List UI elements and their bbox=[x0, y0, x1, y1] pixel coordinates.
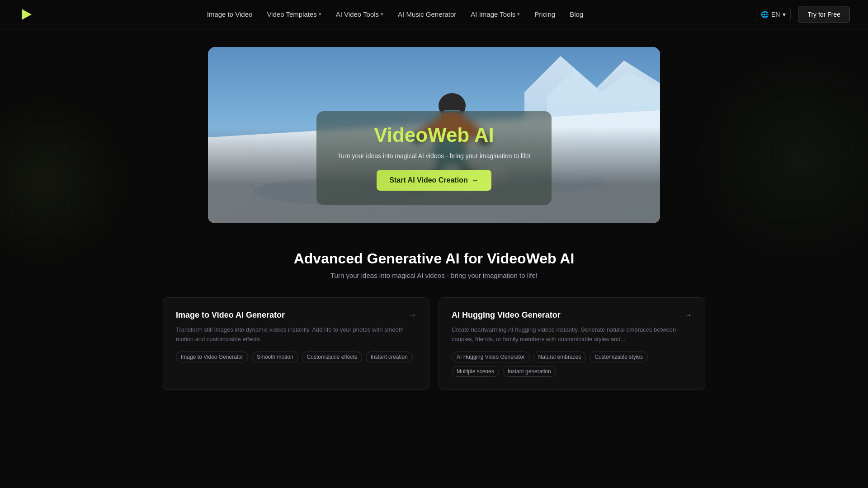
tag: Instant generation bbox=[503, 366, 556, 377]
feature-card-desc-0: Transform still images into dynamic vide… bbox=[176, 325, 416, 344]
hero-cta-arrow: → bbox=[472, 176, 479, 184]
tag: Image to Video Generator bbox=[176, 352, 248, 362]
nav-item-pricing[interactable]: Pricing bbox=[534, 10, 555, 18]
hero-card: VideoWeb AI Turn your ideas into magical… bbox=[208, 47, 660, 223]
tag: Natural embraces bbox=[533, 352, 586, 362]
globe-icon: 🌐 bbox=[761, 11, 769, 18]
tag: AI Hugging Video Generator bbox=[452, 352, 530, 362]
chevron-down-icon: ▾ bbox=[381, 11, 383, 17]
tag: Instant creation bbox=[366, 352, 413, 362]
navbar-nav: Image to VideoVideo Templates▾AI Video T… bbox=[207, 10, 583, 18]
feature-card-arrow-icon-1: → bbox=[684, 310, 692, 320]
tag: Smooth motion bbox=[252, 352, 298, 362]
hero-subtitle: Turn your ideas into magical AI videos -… bbox=[333, 151, 535, 161]
features-heading: Advanced Generative AI for VideoWeb AI T… bbox=[18, 250, 850, 279]
page-bottom bbox=[0, 408, 868, 435]
navbar-brand bbox=[18, 6, 34, 23]
feature-card-arrow-icon-0: → bbox=[408, 310, 416, 320]
tag: Customizable styles bbox=[590, 352, 648, 362]
features-subtitle: Turn your ideas into magical AI videos -… bbox=[18, 272, 850, 279]
chevron-down-icon: ▾ bbox=[517, 11, 520, 17]
nav-item-ai-music-generator[interactable]: AI Music Generator bbox=[398, 10, 456, 18]
feature-card-title-1: AI Hugging Video Generator bbox=[452, 310, 561, 320]
feature-card-1[interactable]: AI Hugging Video Generator→Create heartw… bbox=[439, 297, 705, 390]
nav-item-ai-image-tools[interactable]: AI Image Tools▾ bbox=[471, 10, 520, 18]
navbar: Image to VideoVideo Templates▾AI Video T… bbox=[0, 0, 868, 29]
lang-label: EN bbox=[771, 11, 780, 18]
brand-logo[interactable] bbox=[18, 6, 34, 23]
main-content: VideoWeb AI Turn your ideas into magical… bbox=[0, 0, 868, 435]
hero-content: VideoWeb AI Turn your ideas into magical… bbox=[316, 111, 552, 205]
nav-item-video-templates[interactable]: Video Templates▾ bbox=[267, 10, 321, 18]
navbar-right: 🌐 EN ▾ Try for Free bbox=[756, 6, 850, 23]
hero-title: VideoWeb AI bbox=[333, 124, 535, 147]
hero-cta-button[interactable]: Start AI Video Creation → bbox=[377, 170, 491, 191]
tag: Customizable effects bbox=[302, 352, 362, 362]
feature-card-tags-0: Image to Video GeneratorSmooth motionCus… bbox=[176, 352, 416, 362]
tag: Multiple scenes bbox=[452, 366, 499, 377]
features-title: Advanced Generative AI for VideoWeb AI bbox=[18, 250, 850, 267]
features-grid: Image to Video AI Generator→Transform st… bbox=[163, 297, 705, 390]
svg-marker-0 bbox=[22, 9, 32, 20]
feature-card-0[interactable]: Image to Video AI Generator→Transform st… bbox=[163, 297, 429, 390]
chevron-down-icon: ▾ bbox=[319, 11, 321, 17]
feature-card-tags-1: AI Hugging Video GeneratorNatural embrac… bbox=[452, 352, 692, 377]
try-free-button[interactable]: Try for Free bbox=[798, 6, 850, 23]
feature-card-header-0: Image to Video AI Generator→ bbox=[176, 310, 416, 320]
hero-cta-label: Start AI Video Creation bbox=[389, 176, 467, 184]
feature-card-desc-1: Create heartwarming AI hugging videos in… bbox=[452, 325, 692, 344]
nav-item-image-to-video[interactable]: Image to Video bbox=[207, 10, 253, 18]
language-selector[interactable]: 🌐 EN ▾ bbox=[756, 8, 791, 21]
chevron-down-icon: ▾ bbox=[783, 11, 786, 18]
nav-item-blog[interactable]: Blog bbox=[570, 10, 583, 18]
features-section: Advanced Generative AI for VideoWeb AI T… bbox=[0, 223, 868, 408]
hero-section: VideoWeb AI Turn your ideas into magical… bbox=[0, 29, 868, 223]
feature-card-header-1: AI Hugging Video Generator→ bbox=[452, 310, 692, 320]
feature-card-title-0: Image to Video AI Generator bbox=[176, 310, 285, 320]
nav-item-ai-video-tools[interactable]: AI Video Tools▾ bbox=[336, 10, 383, 18]
